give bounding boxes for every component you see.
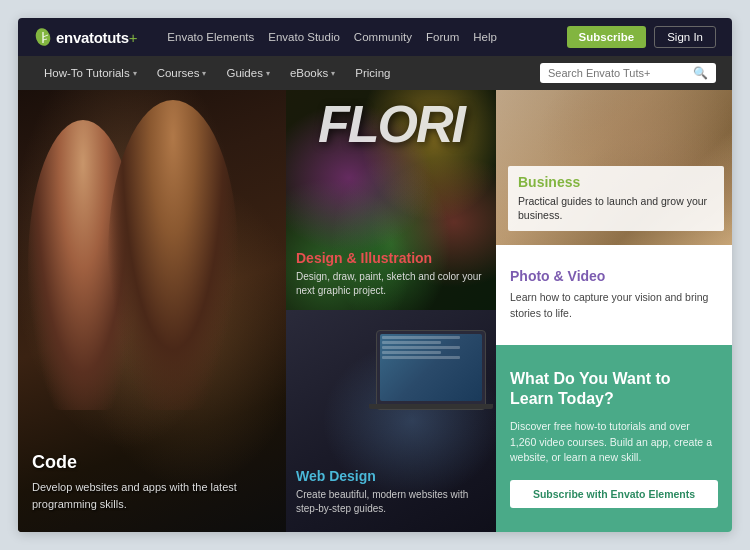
photo-video-description: Learn how to capture your vision and bri… xyxy=(510,290,718,322)
sec-nav-courses[interactable]: Courses ▾ xyxy=(147,56,217,90)
panel-cta: What Do You Want to Learn Today? Discove… xyxy=(496,345,732,532)
logo-text: envatotuts+ xyxy=(56,29,137,46)
panel-design[interactable]: FLORI Design & Illustration Design, draw… xyxy=(286,90,496,310)
topnav-item-help[interactable]: Help xyxy=(473,31,497,43)
code-description: Develop websites and apps with the lates… xyxy=(32,479,276,512)
sec-nav-pricing[interactable]: Pricing xyxy=(345,56,400,90)
laptop-screen xyxy=(380,334,482,401)
panel-web[interactable]: Web Design Create beautiful, modern webs… xyxy=(286,310,496,532)
search-area: 🔍 xyxy=(540,63,716,83)
design-panel-text: Design & Illustration Design, draw, pain… xyxy=(296,250,486,298)
panel-business[interactable]: Business Practical guides to launch and … xyxy=(496,90,732,245)
chevron-down-icon: ▾ xyxy=(133,69,137,78)
sec-nav-courses-label: Courses xyxy=(157,67,200,79)
panel-code[interactable]: Code Develop websites and apps with the … xyxy=(18,90,286,532)
sec-nav-tutorials[interactable]: How-To Tutorials ▾ xyxy=(34,56,147,90)
sec-nav-ebooks-label: eBooks xyxy=(290,67,328,79)
cta-subscribe-button[interactable]: Subscribe with Envato Elements xyxy=(510,480,718,508)
code-panel-text: Code Develop websites and apps with the … xyxy=(32,452,276,512)
main-frame: envatotuts+ Envato Elements Envato Studi… xyxy=(18,18,732,532)
laptop-shape xyxy=(376,330,486,410)
floral-letters: FLORI xyxy=(286,98,496,150)
search-icon: 🔍 xyxy=(693,66,708,80)
topnav-item-community[interactable]: Community xyxy=(354,31,412,43)
top-nav-right: Subscribe Sign In xyxy=(567,26,716,48)
logo-leaf-icon xyxy=(34,28,52,46)
laptop-screen-content xyxy=(382,336,480,359)
chevron-down-icon: ▾ xyxy=(331,69,335,78)
screen-line xyxy=(382,341,441,344)
topnav-item-elements[interactable]: Envato Elements xyxy=(167,31,254,43)
chevron-down-icon: ▾ xyxy=(202,69,206,78)
sec-nav-links: How-To Tutorials ▾ Courses ▾ Guides ▾ eB… xyxy=(34,56,540,90)
logo[interactable]: envatotuts+ xyxy=(34,28,137,46)
signin-button[interactable]: Sign In xyxy=(654,26,716,48)
sec-nav-guides-label: Guides xyxy=(226,67,262,79)
logo-plus: + xyxy=(129,29,137,46)
subscribe-button[interactable]: Subscribe xyxy=(567,26,647,48)
top-nav-links: Envato Elements Envato Studio Community … xyxy=(167,31,548,43)
cta-title: What Do You Want to Learn Today? xyxy=(510,369,718,409)
sec-nav-pricing-label: Pricing xyxy=(355,67,390,79)
sec-nav: How-To Tutorials ▾ Courses ▾ Guides ▾ eB… xyxy=(18,56,732,90)
laptop-base xyxy=(369,404,493,409)
photo-video-title: Photo & Video xyxy=(510,268,718,284)
web-panel-text: Web Design Create beautiful, modern webs… xyxy=(296,468,486,516)
person-right-shape xyxy=(108,100,238,410)
topnav-item-studio[interactable]: Envato Studio xyxy=(268,31,340,43)
screen-line xyxy=(382,356,460,359)
top-nav: envatotuts+ Envato Elements Envato Studi… xyxy=(18,18,732,56)
business-title: Business xyxy=(518,174,714,190)
search-input[interactable] xyxy=(548,67,688,79)
design-description: Design, draw, paint, sketch and color yo… xyxy=(296,270,486,298)
screen-line xyxy=(382,336,460,339)
logo-wordmark: envatotuts xyxy=(56,29,129,46)
sec-nav-guides[interactable]: Guides ▾ xyxy=(216,56,279,90)
web-title: Web Design xyxy=(296,468,486,484)
code-title: Code xyxy=(32,452,276,473)
screen-line xyxy=(382,351,441,354)
chevron-down-icon: ▾ xyxy=(266,69,270,78)
business-panel-text: Business Practical guides to launch and … xyxy=(508,166,724,231)
sec-nav-ebooks[interactable]: eBooks ▾ xyxy=(280,56,345,90)
design-title: Design & Illustration xyxy=(296,250,486,266)
sec-nav-tutorials-label: How-To Tutorials xyxy=(44,67,130,79)
cta-description: Discover free how-to tutorials and over … xyxy=(510,419,718,466)
topnav-item-forum[interactable]: Forum xyxy=(426,31,459,43)
panel-photo-video[interactable]: Photo & Video Learn how to capture your … xyxy=(496,245,732,345)
business-description: Practical guides to launch and grow your… xyxy=(518,194,714,223)
main-content: Code Develop websites and apps with the … xyxy=(18,90,732,532)
screen-line xyxy=(382,346,460,349)
right-column: Business Practical guides to launch and … xyxy=(496,90,732,532)
web-description: Create beautiful, modern websites with s… xyxy=(296,488,486,516)
